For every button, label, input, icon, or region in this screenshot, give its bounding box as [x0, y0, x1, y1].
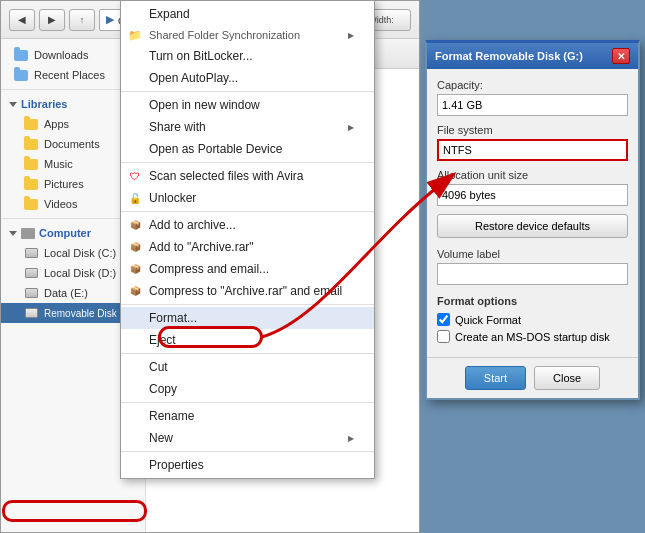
up-button[interactable]: ↑: [69, 9, 95, 31]
close-dialog-button[interactable]: Close: [534, 366, 600, 390]
startup-disk-label: Create an MS-DOS startup disk: [455, 331, 610, 343]
menu-item-rename[interactable]: Rename: [121, 405, 374, 427]
menu-item-open-new-window[interactable]: Open in new window: [121, 94, 374, 116]
dialog-body: Capacity: 1.41 GB File system NTFS Alloc…: [427, 69, 638, 357]
allocation-field[interactable]: 4096 bytes: [437, 184, 628, 206]
menu-item-scan-avira[interactable]: 🛡 Scan selected files with Avira: [121, 165, 374, 187]
allocation-label: Allocation unit size: [437, 169, 628, 181]
quick-format-row[interactable]: Quick Format: [437, 313, 628, 326]
start-button[interactable]: Start: [465, 366, 526, 390]
context-menu: Expand 📁 Shared Folder Synchronization ▶…: [120, 0, 375, 479]
menu-item-open-portable[interactable]: Open as Portable Device: [121, 138, 374, 160]
menu-item-add-archive-rar[interactable]: 📦 Add to "Archive.rar": [121, 236, 374, 258]
menu-item-properties[interactable]: Properties: [121, 454, 374, 476]
filesystem-field[interactable]: NTFS: [437, 139, 628, 161]
capacity-field[interactable]: 1.41 GB: [437, 94, 628, 116]
menu-item-add-archive[interactable]: 📦 Add to archive...: [121, 214, 374, 236]
compress-email-icon: 📦: [127, 261, 143, 277]
startup-disk-checkbox[interactable]: [437, 330, 450, 343]
disk-icon: [23, 245, 39, 261]
quick-format-checkbox[interactable]: [437, 313, 450, 326]
shared-folder-icon: 📁: [127, 27, 143, 43]
compress-rar-icon: 📦: [127, 283, 143, 299]
dialog-footer: Start Close: [427, 357, 638, 398]
folder-icon: [23, 176, 39, 192]
menu-divider-7: [121, 451, 374, 452]
dialog-close-button[interactable]: ✕: [612, 48, 630, 64]
music-folder-icon: [23, 156, 39, 172]
disk-icon: [23, 285, 39, 301]
format-dialog: Format Removable Disk (G:) ✕ Capacity: 1…: [425, 40, 640, 400]
menu-divider-3: [121, 211, 374, 212]
filesystem-label: File system: [437, 124, 628, 136]
format-options-label: Format options: [437, 295, 628, 307]
menu-divider-1: [121, 91, 374, 92]
menu-item-compress-email[interactable]: 📦 Compress and email...: [121, 258, 374, 280]
dialog-titlebar: Format Removable Disk (G:) ✕: [427, 43, 638, 69]
capacity-label: Capacity:: [437, 79, 628, 91]
menu-item-bitlocker[interactable]: Turn on BitLocker...: [121, 45, 374, 67]
dialog-title: Format Removable Disk (G:): [435, 50, 583, 62]
back-button[interactable]: ◀: [9, 9, 35, 31]
menu-divider-2: [121, 162, 374, 163]
menu-divider-6: [121, 402, 374, 403]
folder-icon: [13, 67, 29, 83]
volume-label-field[interactable]: [437, 263, 628, 285]
menu-divider-4: [121, 304, 374, 305]
menu-item-new[interactable]: New ▶: [121, 427, 374, 449]
unlocker-icon: 🔓: [127, 190, 143, 206]
startup-disk-row[interactable]: Create an MS-DOS startup disk: [437, 330, 628, 343]
menu-item-expand[interactable]: Expand: [121, 3, 374, 25]
removable-disk-icon: [23, 305, 39, 321]
menu-item-compress-rar[interactable]: 📦 Compress to "Archive.rar" and email: [121, 280, 374, 302]
folder-icon: [23, 136, 39, 152]
expand-icon: [9, 102, 17, 107]
disk-icon: [23, 265, 39, 281]
folder-icon: [13, 47, 29, 63]
quick-format-label: Quick Format: [455, 314, 521, 326]
menu-item-unlocker[interactable]: 🔓 Unlocker: [121, 187, 374, 209]
folder-icon: [23, 116, 39, 132]
computer-icon: [21, 228, 35, 239]
menu-item-share-with[interactable]: Share with ▶: [121, 116, 374, 138]
restore-defaults-button[interactable]: Restore device defaults: [437, 214, 628, 238]
menu-item-eject[interactable]: Eject: [121, 329, 374, 351]
expand-icon-computer: [9, 231, 17, 236]
folder-icon: [23, 196, 39, 212]
menu-item-format[interactable]: Format...: [121, 307, 374, 329]
forward-button[interactable]: ▶: [39, 9, 65, 31]
menu-divider-5: [121, 353, 374, 354]
menu-item-cut[interactable]: Cut: [121, 356, 374, 378]
avira-icon: 🛡: [127, 168, 143, 184]
menu-item-autoplay[interactable]: Open AutoPlay...: [121, 67, 374, 89]
volume-label-label: Volume label: [437, 248, 628, 260]
menu-item-shared-folder[interactable]: 📁 Shared Folder Synchronization ▶: [121, 25, 374, 45]
menu-item-copy[interactable]: Copy: [121, 378, 374, 400]
archive-icon: 📦: [127, 217, 143, 233]
archive-rar-icon: 📦: [127, 239, 143, 255]
